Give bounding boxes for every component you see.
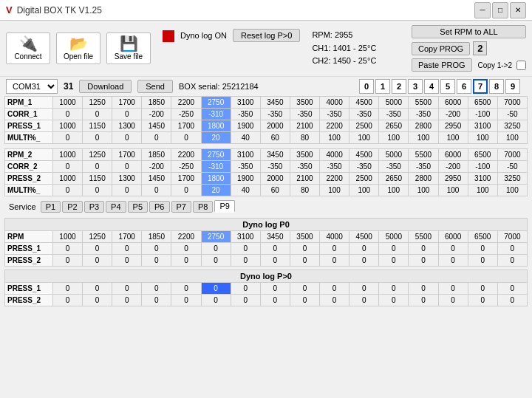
table-cell[interactable]: -50: [497, 109, 527, 120]
table-cell[interactable]: 100: [320, 132, 349, 144]
set-rpm-all-button[interactable]: Set RPM to ALL: [412, 25, 526, 38]
table-cell[interactable]: 0: [52, 243, 82, 255]
table-cell[interactable]: 4000: [320, 149, 349, 161]
table-cell[interactable]: 1000: [52, 149, 82, 161]
table-cell[interactable]: 0: [349, 295, 379, 306]
table-cell[interactable]: 0: [142, 243, 171, 255]
table-cell[interactable]: 6000: [438, 149, 468, 161]
table-cell[interactable]: 1850: [142, 97, 171, 109]
table-cell[interactable]: -250: [171, 109, 201, 120]
table-cell[interactable]: 4000: [320, 231, 349, 243]
table-cell[interactable]: 4000: [320, 97, 349, 109]
maximize-button[interactable]: □: [492, 2, 508, 18]
table-cell[interactable]: 1900: [231, 120, 260, 132]
table-cell[interactable]: 0: [379, 295, 409, 306]
table-cell[interactable]: 0: [112, 185, 142, 196]
table-cell[interactable]: -350: [260, 161, 290, 173]
table-cell[interactable]: 0: [83, 243, 112, 255]
table-cell[interactable]: 0: [112, 283, 142, 295]
service-tab-p2[interactable]: P2: [62, 201, 82, 213]
service-tab-p1[interactable]: P1: [41, 201, 61, 213]
table-cell[interactable]: 0: [83, 109, 112, 120]
table-cell[interactable]: 1000: [52, 173, 82, 185]
table-cell[interactable]: -200: [438, 109, 468, 120]
table-cell[interactable]: 5000: [379, 97, 409, 109]
table-cell[interactable]: 0: [349, 283, 379, 295]
table-cell[interactable]: 0: [231, 243, 260, 255]
table-cell[interactable]: 1250: [83, 149, 112, 161]
send-button[interactable]: Send: [137, 80, 173, 93]
table-cell[interactable]: 0: [438, 255, 468, 267]
table-cell[interactable]: 0: [409, 295, 438, 306]
table-cell[interactable]: 7000: [497, 97, 527, 109]
number-btn-0[interactable]: 0: [359, 79, 374, 94]
table-cell[interactable]: 60: [260, 132, 290, 144]
table-cell[interactable]: 1250: [83, 231, 112, 243]
table-cell[interactable]: 5500: [409, 97, 438, 109]
table-cell[interactable]: 6500: [468, 97, 497, 109]
table-cell[interactable]: 2200: [320, 173, 349, 185]
number-btn-9[interactable]: 9: [505, 79, 520, 94]
connect-button[interactable]: 🔌 Connect: [6, 32, 50, 64]
table-cell[interactable]: -350: [231, 109, 260, 120]
table-cell[interactable]: 4500: [349, 231, 379, 243]
table-cell[interactable]: 1450: [142, 173, 171, 185]
table-cell[interactable]: 0: [260, 295, 290, 306]
table-cell[interactable]: 0: [260, 255, 290, 267]
save-file-button[interactable]: 💾 Save file: [106, 32, 151, 64]
table-cell[interactable]: 0: [142, 295, 171, 306]
table-cell[interactable]: 3450: [260, 231, 290, 243]
table-cell[interactable]: 0: [438, 295, 468, 306]
table-cell[interactable]: 1800: [201, 120, 231, 132]
table-cell[interactable]: -350: [290, 109, 319, 120]
table-cell[interactable]: 0: [171, 185, 201, 196]
table-cell[interactable]: 2750: [201, 149, 231, 161]
table-cell[interactable]: -350: [379, 161, 409, 173]
table-cell[interactable]: 2000: [260, 120, 290, 132]
number-btn-7[interactable]: 7: [473, 79, 488, 94]
table-cell[interactable]: 0: [201, 295, 231, 306]
table-cell[interactable]: 1850: [142, 149, 171, 161]
table-cell[interactable]: 1150: [83, 173, 112, 185]
table-cell[interactable]: 0: [171, 132, 201, 144]
table-cell[interactable]: 0: [497, 255, 527, 267]
table-cell[interactable]: 0: [52, 109, 82, 120]
table-cell[interactable]: 0: [379, 283, 409, 295]
table-cell[interactable]: 3500: [290, 149, 319, 161]
table-cell[interactable]: 0: [83, 295, 112, 306]
reset-log-button[interactable]: Reset log P>0: [233, 29, 300, 42]
service-tab-p8[interactable]: P8: [193, 201, 213, 213]
table-cell[interactable]: 1700: [171, 173, 201, 185]
table-cell[interactable]: 3450: [260, 97, 290, 109]
number-btn-3[interactable]: 3: [408, 79, 423, 94]
number-btn-1[interactable]: 1: [375, 79, 390, 94]
table-cell[interactable]: 1700: [112, 231, 142, 243]
table-cell[interactable]: 20: [201, 132, 231, 144]
table-cell[interactable]: 0: [349, 243, 379, 255]
table-cell[interactable]: 1300: [112, 173, 142, 185]
table-cell[interactable]: 2200: [171, 97, 201, 109]
number-btn-4[interactable]: 4: [424, 79, 439, 94]
table-cell[interactable]: 0: [438, 283, 468, 295]
table-cell[interactable]: 7000: [497, 149, 527, 161]
table-cell[interactable]: 0: [497, 283, 527, 295]
table-cell[interactable]: 80: [290, 132, 319, 144]
table-cell[interactable]: 0: [83, 161, 112, 173]
table-cell[interactable]: 3500: [290, 231, 319, 243]
table-cell[interactable]: 1850: [142, 231, 171, 243]
table-cell[interactable]: 0: [52, 283, 82, 295]
table-cell[interactable]: 0: [201, 243, 231, 255]
table-cell[interactable]: 100: [379, 185, 409, 196]
table-cell[interactable]: 5500: [409, 231, 438, 243]
table-cell[interactable]: 0: [171, 295, 201, 306]
table-cell[interactable]: 1000: [52, 120, 82, 132]
table-cell[interactable]: 5500: [409, 149, 438, 161]
table-cell[interactable]: -100: [468, 109, 497, 120]
com-select[interactable]: COM31: [6, 79, 58, 94]
table-cell[interactable]: 0: [171, 243, 201, 255]
table-cell[interactable]: 0: [83, 283, 112, 295]
table-cell[interactable]: 1000: [52, 231, 82, 243]
number-btn-8[interactable]: 8: [489, 79, 504, 94]
table-cell[interactable]: 100: [497, 185, 527, 196]
table-cell[interactable]: 2750: [201, 231, 231, 243]
